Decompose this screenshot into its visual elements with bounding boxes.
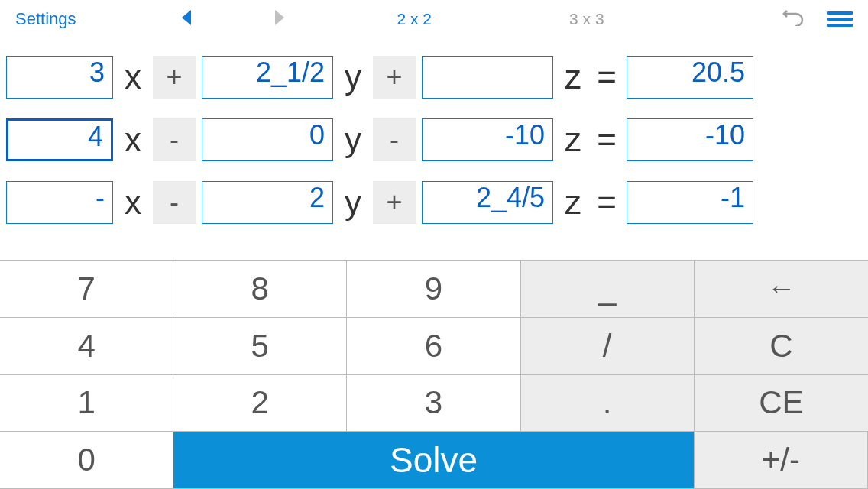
- operator-button[interactable]: +: [373, 181, 416, 224]
- key-2[interactable]: 2: [173, 375, 347, 432]
- operator-button[interactable]: +: [153, 56, 196, 99]
- tab-3x3[interactable]: 3 x 3: [569, 10, 604, 28]
- operator-button[interactable]: -: [153, 118, 196, 161]
- key-7[interactable]: 7: [0, 261, 173, 318]
- nav-next-icon[interactable]: [267, 10, 290, 29]
- key-5[interactable]: 5: [173, 318, 347, 375]
- var-x-label: x: [119, 121, 147, 159]
- var-z-label: z: [559, 58, 587, 96]
- equals-label: =: [593, 183, 620, 222]
- operator-button[interactable]: -: [153, 181, 196, 224]
- key-backspace[interactable]: ←: [695, 261, 868, 318]
- y-coef-input[interactable]: 2: [202, 181, 333, 224]
- y-coef-input[interactable]: 0: [202, 118, 333, 161]
- var-x-label: x: [119, 58, 147, 96]
- equals-label: =: [593, 58, 620, 96]
- solve-button[interactable]: Solve: [173, 432, 695, 489]
- x-coef-input[interactable]: -: [6, 181, 113, 224]
- key-3[interactable]: 3: [347, 375, 520, 432]
- var-z-label: z: [559, 183, 587, 222]
- key-dot[interactable]: .: [521, 375, 695, 432]
- key-4[interactable]: 4: [0, 318, 173, 375]
- key-plusminus[interactable]: +/-: [695, 432, 868, 489]
- z-coef-input[interactable]: [422, 56, 553, 99]
- x-coef-input[interactable]: 4: [6, 118, 113, 161]
- settings-link[interactable]: Settings: [15, 9, 76, 29]
- svg-marker-1: [275, 10, 284, 25]
- undo-icon[interactable]: [782, 8, 804, 31]
- result-input[interactable]: -10: [627, 118, 753, 161]
- key-6[interactable]: 6: [347, 318, 520, 375]
- var-y-label: y: [339, 58, 367, 96]
- equation-row: 3 x + 2_1/2 y + z = 20.5: [6, 46, 862, 108]
- key-underscore[interactable]: _: [521, 261, 695, 318]
- svg-marker-0: [182, 10, 191, 25]
- nav-prev-icon[interactable]: [176, 10, 199, 29]
- result-input[interactable]: 20.5: [627, 56, 753, 99]
- key-0[interactable]: 0: [0, 432, 173, 489]
- equation-row: - x - 2 y + 2_4/5 z = -1: [6, 171, 862, 234]
- key-1[interactable]: 1: [0, 375, 173, 432]
- var-y-label: y: [339, 183, 367, 222]
- keypad: 7 8 9 _ ← 4 5 6 / C 1 2 3 . CE 0 Solve +…: [0, 260, 868, 489]
- var-x-label: x: [119, 183, 147, 222]
- z-coef-input[interactable]: 2_4/5: [422, 181, 553, 224]
- tab-2x2[interactable]: 2 x 2: [397, 10, 432, 28]
- header-bar: Settings 2 x 2 3 x 3: [0, 0, 868, 38]
- key-8[interactable]: 8: [173, 261, 347, 318]
- equation-row: 4 x - 0 y - -10 z = -10: [6, 108, 862, 171]
- var-y-label: y: [339, 121, 367, 159]
- key-clear[interactable]: C: [695, 318, 868, 375]
- key-clear-entry[interactable]: CE: [695, 375, 868, 432]
- equations-area: 3 x + 2_1/2 y + z = 20.5 4 x - 0 y - -10…: [0, 38, 868, 249]
- var-z-label: z: [559, 121, 587, 159]
- key-slash[interactable]: /: [521, 318, 695, 375]
- key-9[interactable]: 9: [347, 261, 520, 318]
- operator-button[interactable]: -: [373, 118, 416, 161]
- operator-button[interactable]: +: [373, 56, 416, 99]
- y-coef-input[interactable]: 2_1/2: [202, 56, 333, 99]
- equals-label: =: [593, 121, 620, 159]
- menu-icon[interactable]: [827, 11, 853, 27]
- result-input[interactable]: -1: [627, 181, 753, 224]
- x-coef-input[interactable]: 3: [6, 56, 113, 99]
- z-coef-input[interactable]: -10: [422, 118, 553, 161]
